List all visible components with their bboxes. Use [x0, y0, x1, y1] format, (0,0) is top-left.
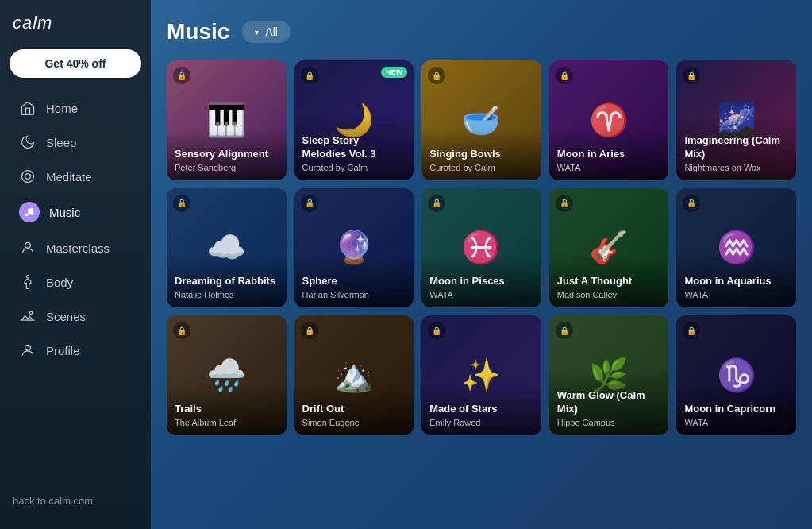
card-title: Trails — [175, 403, 279, 416]
card-title: Just A Thought — [557, 275, 661, 288]
card-title: Imagineering (Calm Mix) — [684, 134, 788, 161]
card-title: Dreaming of Rabbits — [175, 275, 279, 288]
card-subtitle: Madison Calley — [557, 290, 661, 299]
sidebar-item-body[interactable]: Body — [6, 265, 144, 299]
svg-point-0 — [22, 171, 34, 183]
card-title: Made of Stars — [429, 403, 533, 416]
sidebar-label-meditate: Meditate — [46, 170, 92, 183]
sidebar-label-sleep: Sleep — [46, 136, 76, 149]
card-overlay: Just A Thought Madison Calley — [549, 256, 669, 307]
sidebar-item-home[interactable]: Home — [6, 91, 144, 125]
music-card-moon-capricorn[interactable]: ♑ 🔒 Moon in Capricorn WATA — [676, 315, 796, 435]
sidebar: calm Get 40% off Home Sleep Meditate — [0, 0, 151, 529]
masterclass-icon — [19, 239, 37, 257]
card-overlay: Moon in Aquarius WATA — [676, 256, 796, 307]
logo-text: calm — [13, 13, 52, 33]
music-card-dreaming-rabbits[interactable]: ☁️ 🔒 Dreaming of Rabbits Natalie Holmes — [167, 188, 287, 308]
page-title: Music — [167, 19, 229, 44]
card-subtitle: Harlan Silverman — [302, 290, 406, 299]
sleep-icon — [19, 133, 37, 151]
svg-point-1 — [25, 174, 31, 180]
music-card-moon-pisces[interactable]: ♓ 🔒 Moon in Pisces WATA — [421, 188, 541, 308]
music-card-just-thought[interactable]: 🎸 🔒 Just A Thought Madison Calley — [549, 188, 669, 308]
card-title: Warm Glow (Calm Mix) — [557, 389, 661, 416]
sidebar-item-sleep[interactable]: Sleep — [6, 125, 144, 159]
sidebar-label-profile: Profile — [46, 344, 80, 357]
sidebar-item-music[interactable]: Music — [6, 194, 144, 230]
filter-label: All — [265, 25, 278, 38]
music-card-singing-bowls[interactable]: 🥣 🔒 Singing Bowls Curated by Calm — [421, 60, 541, 180]
music-card-drift-out[interactable]: 🏔️ 🔒 Drift Out Simon Eugene — [294, 315, 414, 435]
lock-icon: 🔒 — [556, 195, 573, 212]
music-card-imagineering[interactable]: 🌌 🔒 Imagineering (Calm Mix) Nightmares o… — [676, 60, 796, 180]
svg-point-4 — [25, 242, 31, 248]
card-title: Moon in Capricorn — [684, 403, 788, 416]
card-subtitle: Emily Rowed — [429, 418, 533, 427]
card-title: Moon in Aquarius — [684, 275, 788, 288]
lock-icon: 🔒 — [683, 195, 700, 212]
sidebar-label-scenes: Scenes — [46, 310, 86, 323]
chevron-down-icon: ▾ — [255, 28, 259, 37]
card-title: Sleep Story Melodies Vol. 3 — [302, 134, 406, 161]
lock-icon: 🔒 — [173, 195, 190, 212]
lock-icon: 🔒 — [428, 195, 445, 212]
card-title: Singing Bowls — [429, 148, 533, 161]
card-subtitle: Peter Sandberg — [175, 163, 279, 172]
home-icon — [19, 99, 37, 117]
main-content: Music ▾ All 🎹 🔒 Sensory Alignment Peter … — [151, 0, 812, 529]
card-subtitle: WATA — [429, 290, 533, 299]
logo: calm — [0, 13, 151, 49]
sidebar-label-body: Body — [46, 276, 73, 289]
sidebar-item-profile[interactable]: Profile — [6, 334, 144, 367]
lock-icon: 🔒 — [173, 67, 190, 84]
music-card-made-of-stars[interactable]: ✨ 🔒 Made of Stars Emily Rowed — [421, 315, 541, 435]
music-card-sleep-story-melodies[interactable]: 🌙 🔒 NEW Sleep Story Melodies Vol. 3 Cura… — [294, 60, 414, 180]
card-title: Drift Out — [302, 403, 406, 416]
sidebar-item-masterclass[interactable]: Masterclass — [6, 231, 144, 264]
music-card-trails[interactable]: 🌧️ 🔒 Trails The Album Leaf — [167, 315, 287, 435]
scenes-icon — [19, 307, 37, 325]
lock-icon: 🔒 — [556, 322, 573, 339]
card-overlay: Drift Out Simon Eugene — [294, 384, 414, 435]
card-subtitle: Hippo Campus — [557, 418, 661, 427]
sidebar-nav: Home Sleep Meditate Music — [0, 91, 151, 368]
lock-icon: 🔒 — [301, 67, 318, 84]
music-icon — [19, 202, 40, 222]
music-card-sensory-alignment[interactable]: 🎹 🔒 Sensory Alignment Peter Sandberg — [167, 60, 287, 180]
profile-icon — [19, 342, 37, 359]
card-overlay: Moon in Aries WATA — [549, 129, 669, 180]
sidebar-label-music: Music — [49, 206, 80, 219]
lock-icon: 🔒 — [301, 195, 318, 212]
card-subtitle: WATA — [684, 418, 788, 427]
lock-icon: 🔒 — [301, 322, 318, 339]
sidebar-item-meditate[interactable]: Meditate — [6, 160, 144, 193]
svg-point-6 — [25, 345, 31, 350]
music-card-moon-aquarius[interactable]: ♒ 🔒 Moon in Aquarius WATA — [676, 188, 796, 308]
card-title: Sphere — [302, 275, 406, 288]
svg-point-2 — [25, 214, 29, 217]
filter-button[interactable]: ▾ All — [242, 21, 291, 43]
body-icon — [19, 273, 37, 291]
svg-point-3 — [31, 213, 34, 216]
music-card-sphere[interactable]: 🔮 🔒 Sphere Harlan Silverman — [294, 188, 414, 308]
sidebar-label-home: Home — [46, 102, 78, 115]
card-overlay: Moon in Pisces WATA — [421, 256, 541, 307]
sidebar-item-scenes[interactable]: Scenes — [6, 299, 144, 333]
sidebar-label-masterclass: Masterclass — [46, 241, 110, 255]
music-card-moon-aries[interactable]: ♈ 🔒 Moon in Aries WATA — [549, 60, 669, 180]
card-subtitle: Nightmares on Wax — [684, 163, 788, 172]
card-subtitle: The Album Leaf — [175, 418, 279, 427]
new-badge: NEW — [381, 67, 407, 78]
main-header: Music ▾ All — [167, 19, 796, 44]
back-to-calm-link[interactable]: back to calm.com — [0, 485, 151, 516]
card-overlay: Trails The Album Leaf — [167, 384, 287, 435]
card-overlay: Warm Glow (Calm Mix) Hippo Campus — [549, 370, 669, 435]
card-subtitle: Simon Eugene — [302, 418, 406, 427]
card-subtitle: WATA — [557, 163, 661, 172]
card-overlay: Made of Stars Emily Rowed — [421, 384, 541, 435]
card-subtitle: Natalie Holmes — [175, 290, 279, 299]
music-card-warm-glow[interactable]: 🌿 🔒 Warm Glow (Calm Mix) Hippo Campus — [549, 315, 669, 435]
get-off-button[interactable]: Get 40% off — [10, 49, 141, 78]
music-grid: 🎹 🔒 Sensory Alignment Peter Sandberg 🌙 🔒… — [167, 60, 796, 435]
card-subtitle: Curated by Calm — [302, 163, 406, 172]
